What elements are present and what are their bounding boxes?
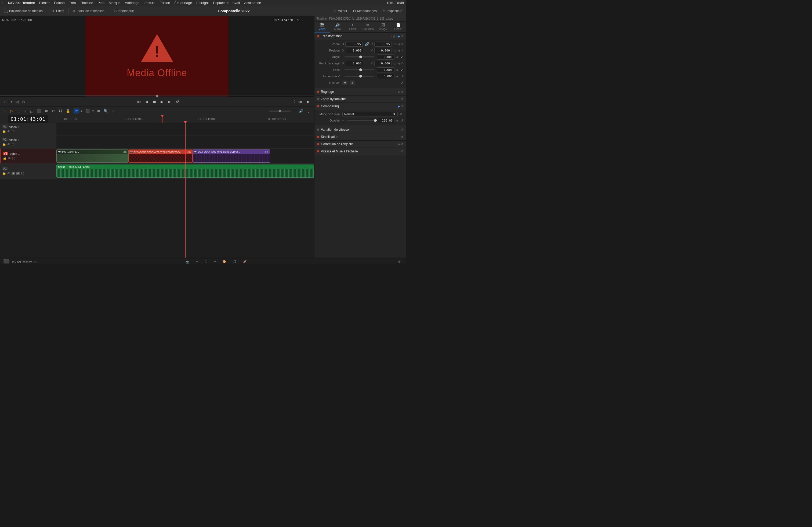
- zoom-level[interactable]: 61%: [2, 18, 9, 22]
- zoom-link-icon[interactable]: 🔗: [364, 42, 370, 46]
- track-content-v2[interactable]: [56, 136, 314, 148]
- inverser-h-btn[interactable]: ⇔: [342, 80, 347, 85]
- sound-lib-btn[interactable]: ♪ Sonothèque: [111, 8, 136, 14]
- preview-progress-thumb[interactable]: [156, 95, 158, 97]
- timeline-index-btn[interactable]: ≡ Index de la timeline: [71, 8, 106, 14]
- menu-edition[interactable]: Édition: [54, 1, 65, 5]
- transformation-reset-icon[interactable]: ↺: [401, 35, 403, 38]
- timeline-timecode[interactable]: 01:01:43:01: [8, 115, 47, 123]
- trim-tool-btn[interactable]: ⊞: [15, 108, 21, 114]
- track-id-v1[interactable]: V1: [3, 152, 8, 155]
- track-v2-link-icon[interactable]: ⬚: [12, 142, 14, 146]
- track-v1-lock-icon[interactable]: 🔒: [3, 156, 7, 160]
- metadata-btn[interactable]: ⊟ Métadonnées: [351, 8, 379, 14]
- anchor-x-input[interactable]: [346, 61, 363, 66]
- track-id-a1[interactable]: A1: [2, 167, 8, 170]
- track-a1-lock-icon[interactable]: 🔒: [2, 171, 6, 175]
- mixer-btn[interactable]: ⊞ Mixeur: [331, 8, 349, 14]
- track-content-v3[interactable]: [56, 123, 314, 136]
- inclinaison-slider[interactable]: [345, 76, 374, 77]
- vitesse-echelle-reset-btn[interactable]: ↺: [401, 150, 403, 153]
- more-options-btn[interactable]: ⋮: [306, 108, 312, 114]
- track-content-v1[interactable]: 📷 IMG_1789.HEIC ◁ ▷: [56, 149, 314, 163]
- menu-fairlight[interactable]: Fairlight: [196, 1, 209, 5]
- opacity-diamond-btn[interactable]: ◆: [395, 119, 399, 122]
- compositing-diamond-btn[interactable]: ◆: [398, 105, 400, 108]
- zoom-reset-btn[interactable]: ↺: [401, 42, 403, 46]
- transformation-diamond-icon[interactable]: ◆: [398, 35, 400, 38]
- menu-trim[interactable]: Trim: [69, 1, 76, 5]
- ws-cut-btn[interactable]: ✂: [193, 259, 200, 264]
- tab-file[interactable]: 📄 Fichier: [391, 21, 406, 32]
- position-diamond-btn[interactable]: ◆: [398, 49, 400, 52]
- section-correction-objectif-header[interactable]: Correction de l'objectif ◆ ↺: [315, 140, 406, 148]
- zoom-left-btn[interactable]: ◁: [393, 42, 395, 46]
- inspector-btn[interactable]: ✦ Inspecteur: [380, 8, 404, 14]
- overwrite-btn[interactable]: ⬛: [36, 108, 43, 114]
- compositing-reset-btn[interactable]: ↺: [401, 105, 403, 108]
- stabilisation-reset-btn[interactable]: ↺: [401, 135, 403, 139]
- ws-delivery-btn[interactable]: 🚀: [241, 259, 249, 264]
- anchor-y-input[interactable]: [374, 61, 392, 66]
- transformation-left-arrow[interactable]: ◁: [391, 35, 393, 38]
- preview-progress-bar[interactable]: [0, 95, 314, 96]
- inclinaison-diamond-btn[interactable]: ◆: [395, 75, 399, 78]
- fullscreen-btn[interactable]: ⛶: [290, 99, 296, 104]
- pitch-thumb[interactable]: [359, 69, 362, 71]
- prev-frame-btn[interactable]: ◁: [15, 99, 20, 104]
- link-btn[interactable]: ⛓: [57, 108, 63, 114]
- ws-media-btn[interactable]: 📷: [184, 259, 191, 264]
- tab-effects[interactable]: ✦ Effets: [345, 21, 360, 32]
- lock-btn[interactable]: 🔒: [64, 108, 71, 114]
- zoom-x-input[interactable]: [345, 42, 363, 47]
- track-v3-link-icon[interactable]: ⬚: [12, 130, 14, 133]
- step-back-btn[interactable]: ◀: [144, 99, 149, 104]
- inclinaison-thumb[interactable]: [359, 75, 362, 77]
- clip-third[interactable]: 📷 9C7F5CA7-7893-4071-B24B-ECDA0... ◁ ▷: [193, 149, 270, 163]
- track-content-a1[interactable]: airtone_-_noodleSoup_1.mp3: [56, 164, 314, 178]
- section-zoom-dynamique-header[interactable]: Zoom dynamique ↺: [315, 95, 406, 103]
- inverser-reset-btn[interactable]: ↺: [400, 81, 403, 85]
- dynamic-trim-btn[interactable]: ⊡: [22, 108, 28, 114]
- anchor-left-btn[interactable]: ◁: [393, 62, 395, 65]
- correction-objectif-diamond-btn[interactable]: ◆: [398, 142, 400, 146]
- menu-marque[interactable]: Marque: [109, 1, 120, 5]
- app-name[interactable]: DaVinci Resolve: [8, 1, 35, 5]
- color-btn[interactable]: ⬛: [84, 108, 91, 114]
- track-a1-eye-icon[interactable]: 👁: [7, 171, 11, 175]
- flag-dropdown-icon[interactable]: ▼: [80, 109, 83, 113]
- menu-timeline[interactable]: Timeline: [80, 1, 93, 5]
- volume-btn[interactable]: 🔊: [298, 108, 305, 114]
- timeline-ruler[interactable]: 01:36:00 01:01:40:00 01:01:44:00 01:01:4…: [56, 115, 314, 123]
- angle-diamond-btn[interactable]: ◆: [395, 55, 399, 59]
- rognage-diamond-btn[interactable]: ◆: [398, 90, 400, 94]
- blade-btn[interactable]: ✂: [50, 108, 56, 114]
- rognage-reset-btn[interactable]: ↺: [401, 90, 403, 94]
- clip-img[interactable]: 📷 IMG_1789.HEIC ◁ ▷: [56, 149, 129, 163]
- variation-vitesse-reset-btn[interactable]: ↺: [401, 128, 403, 132]
- fusion-mode-dropdown[interactable]: Normal ▼: [342, 111, 398, 117]
- track-v3-eye-icon[interactable]: 👁: [7, 130, 11, 133]
- stop-btn[interactable]: ⏹: [151, 99, 157, 104]
- menu-assistance[interactable]: Assistance: [244, 1, 261, 5]
- angle-reset-btn[interactable]: ↺: [400, 55, 403, 59]
- play-btn[interactable]: ▶: [160, 99, 164, 104]
- inclinaison-reset-btn[interactable]: ↺: [400, 75, 403, 78]
- tab-audio[interactable]: 🔊 Audio: [330, 21, 345, 32]
- go-to-start-btn[interactable]: ⏮: [136, 99, 142, 104]
- pitch-slider[interactable]: [345, 69, 374, 70]
- menu-affichage[interactable]: Affichage: [125, 1, 139, 5]
- pitch-reset-btn[interactable]: ↺: [400, 68, 403, 72]
- view-dropdown-icon[interactable]: ▼: [10, 100, 13, 103]
- section-stabilisation-header[interactable]: Stabilisation ↺: [315, 133, 406, 140]
- menu-lecture[interactable]: Lecture: [144, 1, 155, 5]
- track-v1-link-icon[interactable]: ⬚: [12, 156, 15, 160]
- track-v1-eye-icon[interactable]: 👁: [8, 156, 11, 160]
- correction-objectif-reset-btn[interactable]: ↺: [401, 142, 403, 146]
- tab-image[interactable]: 🖼 Image: [375, 21, 391, 32]
- section-rognage-header[interactable]: Rognage ◆ ↺: [315, 88, 406, 95]
- zoom-fit-btn[interactable]: ⊡: [110, 108, 116, 114]
- transformation-right-arrow[interactable]: ▷: [394, 35, 396, 38]
- position-y-input[interactable]: [374, 48, 392, 53]
- position-x-input[interactable]: [346, 48, 363, 53]
